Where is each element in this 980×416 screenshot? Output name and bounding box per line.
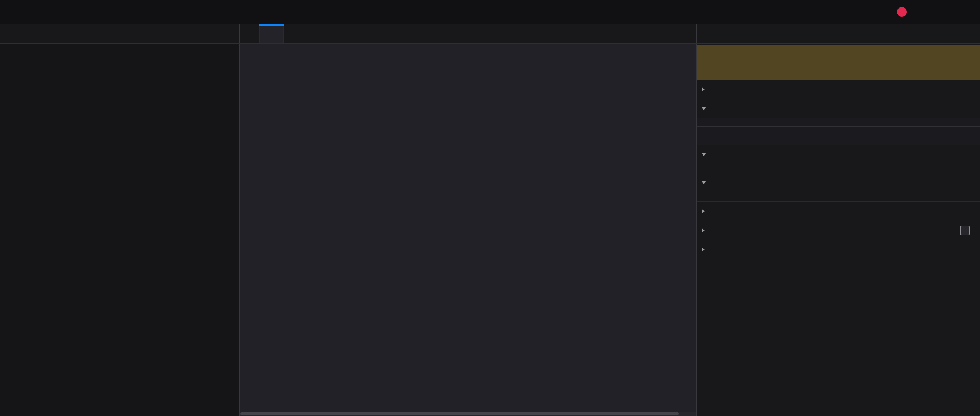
- section-xhr-breakpoints[interactable]: [697, 202, 980, 221]
- toolbar-divider: [23, 5, 23, 19]
- error-count-badge[interactable]: [897, 7, 910, 17]
- sources-panel-tabs: [0, 24, 240, 43]
- debugger-command-bar: [696, 24, 980, 43]
- section-call-stack[interactable]: [697, 145, 980, 164]
- sources-panel: [0, 44, 240, 416]
- call-stack-list: [697, 164, 980, 173]
- editor-tab-contentscriptjs[interactable]: [371, 24, 392, 43]
- editor-tab-bar: [240, 24, 696, 43]
- toolbar-right: [897, 0, 980, 24]
- breakpoints-body: [697, 118, 980, 145]
- scrollbar-thumb[interactable]: [240, 412, 679, 415]
- debugger-settings-button[interactable]: [957, 25, 976, 43]
- responsive-design-button[interactable]: [922, 5, 935, 19]
- section-dom-mutation-breakpoints[interactable]: [697, 240, 980, 259]
- scopes-list: [697, 192, 980, 202]
- paused-banner: [697, 45, 980, 80]
- section-scopes[interactable]: [697, 173, 980, 192]
- chevron-right-icon: [702, 247, 705, 252]
- collapse-sources-panel-button[interactable]: [240, 24, 259, 43]
- error-icon: [897, 7, 907, 17]
- chevron-down-icon: [702, 181, 706, 184]
- editor-tab-scriptjs[interactable]: [259, 24, 284, 43]
- chevron-right-icon: [702, 87, 705, 92]
- devtools-toolbar: [0, 0, 980, 24]
- toggle-panes-button[interactable]: [674, 24, 696, 43]
- ignore-breakpoints-button[interactable]: [930, 25, 949, 43]
- debugger-content: [0, 44, 980, 416]
- pick-element-button[interactable]: [0, 0, 23, 24]
- chevron-right-icon: [702, 228, 705, 233]
- section-breakpoints[interactable]: [697, 99, 980, 118]
- debugger-side-panel: [696, 44, 980, 416]
- section-watch-expressions[interactable]: [697, 80, 980, 99]
- horizontal-scrollbar[interactable]: [240, 412, 696, 416]
- breakpoint-source-label: [697, 127, 980, 145]
- chevron-right-icon: [702, 209, 705, 213]
- toolbox-meatball-menu-button[interactable]: [941, 5, 955, 19]
- devtools-window: [0, 0, 980, 416]
- section-event-listener-breakpoints[interactable]: [697, 221, 980, 240]
- code-editor[interactable]: [240, 44, 696, 416]
- log-event-checkbox[interactable]: [960, 226, 970, 235]
- toolbar-divider: [953, 29, 953, 40]
- chevron-down-icon: [702, 107, 706, 110]
- secondary-toolbar: [0, 24, 980, 44]
- close-devtools-button[interactable]: [960, 5, 974, 19]
- chevron-down-icon: [702, 153, 706, 156]
